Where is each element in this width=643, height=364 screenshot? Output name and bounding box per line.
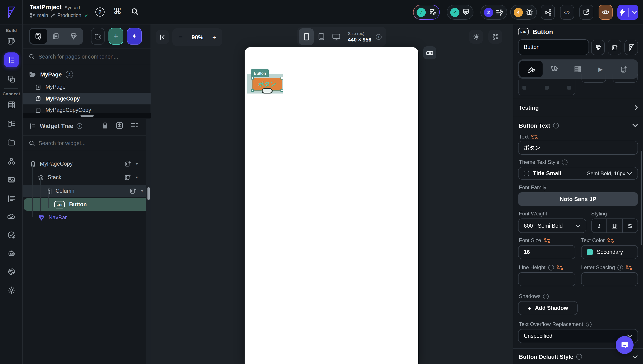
ai-generate-page-button[interactable]: ✦ — [127, 28, 142, 44]
actions-pill[interactable]: 2 — [481, 5, 507, 20]
inspector-scrollbar-thumb[interactable] — [640, 151, 642, 245]
strikethrough-toggle[interactable]: S — [622, 219, 637, 232]
pages-search-input[interactable]: Search for pages or componen... — [23, 48, 151, 65]
tab-components[interactable] — [65, 29, 82, 44]
collapse-panel-button[interactable] — [156, 30, 169, 44]
clipped-input[interactable] — [581, 74, 606, 82]
padding-handle[interactable] — [522, 86, 526, 90]
help-button[interactable]: ? — [95, 8, 105, 16]
widget-search-input[interactable]: Search for widget... — [23, 136, 151, 151]
letter-spacing-input[interactable] — [581, 272, 638, 286]
set-from-variable-icon[interactable] — [556, 265, 563, 270]
add-page-button[interactable]: + — [109, 28, 123, 44]
resize-handle-sw[interactable] — [252, 90, 253, 91]
set-from-variable-icon[interactable] — [607, 238, 614, 243]
rail-item-database[interactable] — [6, 100, 17, 110]
phone-preview-frame[interactable]: Button ボタン — [245, 47, 418, 364]
tree-scrollbar-thumb[interactable] — [147, 187, 150, 200]
button-text-input[interactable]: ボタン — [518, 141, 638, 155]
environment-name[interactable]: Production — [57, 13, 81, 18]
tree-node-navbar[interactable]: NavBar — [23, 212, 146, 223]
canvas-settings-button[interactable] — [488, 30, 502, 44]
branch-manager-button[interactable] — [541, 5, 555, 20]
page-folder-row[interactable]: MyPage 4 — [29, 70, 73, 80]
rail-item-components[interactable] — [6, 74, 17, 84]
tree-scrollbar-track[interactable] — [146, 119, 151, 364]
device-tablet-button[interactable] — [314, 28, 329, 45]
support-chat-button[interactable] — [616, 336, 633, 354]
padding-control[interactable] — [518, 80, 575, 95]
padding-handle[interactable] — [567, 86, 571, 90]
zoom-in-button[interactable]: + — [212, 34, 216, 41]
chevron-down-icon[interactable] — [632, 11, 637, 14]
device-phone-button[interactable] — [299, 28, 314, 45]
lint-status-pill[interactable]: ✓ — [413, 5, 440, 20]
rail-item-cloud-functions[interactable] — [6, 212, 17, 222]
tree-node-page[interactable]: MyPageCopy ▾ — [23, 158, 146, 170]
device-desktop-button[interactable] — [329, 28, 343, 45]
design-canvas[interactable]: − 90% + Size (px) 440 × 956 i — [151, 24, 513, 364]
info-icon[interactable]: i — [543, 294, 549, 299]
tab-pages[interactable] — [47, 29, 65, 44]
zoom-out-button[interactable]: − — [178, 33, 183, 41]
view-code-button[interactable]: </> — [560, 5, 574, 20]
font-size-input[interactable]: 16 — [518, 245, 575, 259]
add-child-widget-icon[interactable] — [124, 160, 131, 167]
widget-name-input[interactable]: Button — [518, 39, 589, 55]
font-family-button[interactable]: Noto Sans JP — [518, 192, 638, 206]
add-child-widget-icon[interactable] — [124, 174, 131, 181]
caret-down-icon[interactable]: ▾ — [136, 162, 138, 166]
tree-sort-button[interactable] — [130, 122, 139, 131]
convert-to-component-button[interactable] — [591, 40, 605, 55]
wrap-widget-button[interactable] — [608, 40, 621, 55]
rail-item-custom-code[interactable] — [6, 194, 17, 204]
tree-node-column[interactable]: Column ▾ — [23, 185, 151, 197]
resize-handle-se[interactable] — [281, 90, 283, 91]
rail-item-integrations[interactable] — [6, 156, 17, 166]
panel-resize-handle[interactable] — [23, 113, 151, 118]
set-from-variable-icon[interactable] — [531, 134, 538, 139]
rail-item-assets[interactable] — [6, 175, 17, 185]
info-icon[interactable]: i — [77, 123, 83, 129]
section-testing[interactable]: Testing — [513, 98, 643, 117]
theme-style-dropdown[interactable]: Title Small Semi Bold, 16px — [518, 167, 638, 180]
tree-node-stack[interactable]: Stack ▾ — [23, 172, 146, 183]
expand-tree-button[interactable] — [116, 122, 123, 131]
font-weight-dropdown[interactable]: 600 - Semi Bold — [518, 218, 586, 233]
clipped-input[interactable] — [612, 74, 637, 82]
ff-code-button[interactable] — [624, 40, 638, 55]
set-from-variable-icon[interactable] — [544, 238, 550, 243]
add-shadow-button[interactable]: + Add Shadow — [518, 301, 578, 315]
add-folder-button[interactable] — [91, 28, 105, 44]
info-icon[interactable]: i — [548, 264, 554, 270]
lock-widget-button[interactable] — [102, 122, 109, 131]
global-search-button[interactable] — [131, 8, 139, 16]
underline-toggle[interactable]: U — [607, 219, 623, 232]
resize-handle-ne[interactable] — [281, 77, 283, 79]
rail-item-settings[interactable] — [6, 285, 17, 296]
line-height-input[interactable] — [518, 272, 575, 286]
info-icon[interactable]: i — [618, 264, 623, 270]
caret-down-icon[interactable]: ▾ — [141, 189, 143, 193]
command-menu-button[interactable]: ⌘ — [113, 6, 122, 16]
status-bar-toggle-button[interactable] — [423, 46, 436, 60]
set-from-variable-icon[interactable] — [626, 265, 632, 270]
rail-item-tests[interactable] — [6, 230, 17, 240]
page-item-mypagecopy-selected[interactable]: MyPageCopy — [23, 93, 151, 104]
section-button-text[interactable]: Button Text i — [513, 118, 643, 133]
tab-pages-and-components[interactable] — [30, 29, 47, 44]
size-value[interactable]: 440 × 956 — [348, 36, 371, 42]
rail-item-widget-palette[interactable] — [6, 36, 17, 46]
issues-pill[interactable]: 4 — [510, 5, 537, 20]
branch-name[interactable]: main — [37, 13, 48, 18]
app-logo[interactable] — [0, 0, 23, 24]
text-color-picker[interactable]: Secondary — [581, 245, 638, 259]
style-checkbox[interactable] — [524, 171, 529, 176]
caret-down-icon[interactable]: ▾ — [136, 175, 138, 180]
tab-actions[interactable] — [543, 61, 566, 77]
page-item-mypage[interactable]: MyPage — [35, 82, 66, 92]
size-info-icon[interactable]: i — [376, 34, 381, 40]
height-resize-pill[interactable] — [262, 88, 273, 94]
rail-item-theme[interactable] — [6, 266, 17, 277]
add-child-widget-icon[interactable] — [130, 188, 137, 194]
